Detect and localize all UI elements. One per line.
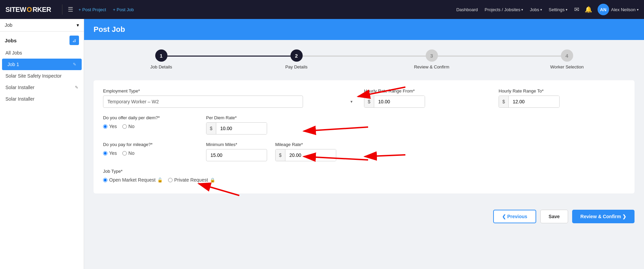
top-navigation: SITEWORKER ☰ + Post Project + Post Job D… xyxy=(0,0,644,19)
hamburger-menu-icon[interactable]: ☰ xyxy=(68,6,73,13)
sidebar-section-header: Jobs ⊿ xyxy=(0,32,84,47)
private-request-label[interactable]: Private Request 🔒 xyxy=(168,177,215,183)
mileage-radio-group: Yes No xyxy=(103,150,198,156)
mileage-rate-label: Mileage Rate* xyxy=(275,142,336,147)
edit-icon: ✎ xyxy=(75,85,78,90)
private-lock-icon: 🔒 xyxy=(210,178,215,183)
min-miles-label: Minimum Miles* xyxy=(206,142,267,147)
stepper: 1 Job Details 2 Pay Details 3 xyxy=(94,49,635,69)
save-button[interactable]: Save xyxy=(540,210,568,223)
page-body: 1 Job Details 2 Pay Details 3 xyxy=(84,40,644,269)
per-diem-yes-radio[interactable] xyxy=(103,124,107,129)
avatar[interactable]: AN xyxy=(598,4,609,15)
hourly-rate-from-label: Hourly Rate Range From* xyxy=(364,88,490,94)
sidebar-item-label: All Jobs xyxy=(5,50,78,56)
post-project-link[interactable]: + Post Project xyxy=(79,7,106,12)
settings-chevron-icon: ▾ xyxy=(566,8,567,12)
sidebar: Job ▾ Jobs ⊿ All Jobs Job 1 ✎ Solar Site… xyxy=(0,19,84,269)
edit-icon: ✎ xyxy=(73,62,76,67)
per-diem-no-label[interactable]: No xyxy=(122,124,135,129)
dollar-icon-perdiem: $ xyxy=(206,123,216,134)
stepper-step-3: 3 Review & Confirm xyxy=(364,49,499,69)
per-diem-no-radio[interactable] xyxy=(122,124,127,129)
mileage-no-label[interactable]: No xyxy=(122,150,135,156)
sidebar-dropdown[interactable]: Job ▾ xyxy=(0,19,84,32)
stepper-step-4: 4 Worker Selection xyxy=(499,49,635,69)
job-type-group: Job Type* Open Market Request 🔓 Private … xyxy=(103,169,215,183)
open-market-label[interactable]: Open Market Request 🔓 xyxy=(103,177,163,183)
hourly-rate-to-label: Hourly Rate Range To* xyxy=(499,88,625,94)
jobs-chevron-icon: ▾ xyxy=(540,8,542,12)
mileage-rate-group: Mileage Rate* $ xyxy=(275,142,336,161)
per-diem-yes-label[interactable]: Yes xyxy=(103,124,117,129)
hourly-rate-to-group: Hourly Rate Range To* $ xyxy=(499,88,625,108)
mileage-no-radio[interactable] xyxy=(122,151,127,156)
notifications-icon[interactable]: 🔔 xyxy=(585,6,592,13)
page-title: Post Job xyxy=(94,25,635,34)
dashboard-link[interactable]: Dashboard xyxy=(454,6,481,14)
per-diem-question-group: Do you offer daily per diem?* Yes No xyxy=(103,115,198,129)
hourly-rate-from-input[interactable] xyxy=(374,96,425,107)
employment-type-select[interactable]: Temporary Worker – W2 xyxy=(103,96,303,108)
hourly-rate-from-input-wrap: $ xyxy=(364,96,425,108)
sidebar-item-label: Solar Installer xyxy=(5,96,78,102)
sidebar-filter-button[interactable]: ⊿ xyxy=(69,36,79,45)
stepper-label-3: Review & Confirm xyxy=(414,64,449,69)
post-job-link[interactable]: + Post Job xyxy=(113,7,134,12)
projects-jobsites-link[interactable]: Projects / Jobsites ▾ xyxy=(482,6,526,14)
brand-logo: SITEWORKER xyxy=(5,6,51,14)
mail-icon[interactable]: ✉ xyxy=(574,6,579,13)
hourly-rate-from-group: Hourly Rate Range From* $ xyxy=(364,88,490,108)
username-label[interactable]: Alex Neilson ▾ xyxy=(611,7,639,12)
per-diem-radio-group: Yes No xyxy=(103,124,198,129)
form-row-employment: Employment Type* Temporary Worker – W2 ▾… xyxy=(103,88,625,108)
job-type-radio-group: Open Market Request 🔓 Private Request 🔒 xyxy=(103,177,215,183)
mileage-label: Do you pay for mileage?* xyxy=(103,142,198,147)
private-request-radio[interactable] xyxy=(168,178,173,182)
mileage-rate-input-wrap: $ xyxy=(275,149,336,161)
employment-type-group: Employment Type* Temporary Worker – W2 ▾ xyxy=(103,88,356,108)
jobs-link[interactable]: Jobs ▾ xyxy=(527,6,544,14)
sidebar-item-job1[interactable]: Job 1 ✎ xyxy=(2,59,82,70)
per-diem-label: Do you offer daily per diem?* xyxy=(103,115,198,120)
previous-button[interactable]: ❮ Previous xyxy=(493,210,536,223)
hourly-rate-to-input[interactable] xyxy=(509,96,560,107)
mileage-rate-input[interactable] xyxy=(285,149,336,161)
per-diem-rate-input[interactable] xyxy=(216,123,267,134)
review-confirm-button[interactable]: Review & Confirm ❯ xyxy=(572,210,635,223)
brand-name-part1: SITEW xyxy=(5,6,26,14)
sidebar-item-label: Solar Site Safety Inspector xyxy=(5,73,78,79)
sidebar-dropdown-label: Job xyxy=(5,22,13,28)
form-footer: ❮ Previous Save Review & Confirm ❯ xyxy=(94,204,635,229)
mileage-yes-label[interactable]: Yes xyxy=(103,150,117,156)
stepper-label-4: Worker Selection xyxy=(550,64,584,69)
mileage-yes-radio[interactable] xyxy=(103,151,107,156)
top-nav-right: Dashboard Projects / Jobsites ▾ Jobs ▾ S… xyxy=(454,4,639,15)
hourly-rate-to-input-wrap: $ xyxy=(499,96,560,108)
per-diem-rate-group: Per Diem Rate* $ xyxy=(206,115,267,134)
stepper-circle-2: 2 xyxy=(290,49,303,62)
sidebar-item-solar-installer-2[interactable]: Solar Installer xyxy=(0,93,84,105)
stepper-circle-4: 4 xyxy=(561,49,573,62)
stepper-label-1: Job Details xyxy=(150,64,172,69)
mileage-question-group: Do you pay for mileage?* Yes No xyxy=(103,142,198,156)
stepper-circle-1: 1 xyxy=(155,49,167,62)
sidebar-item-all-jobs[interactable]: All Jobs xyxy=(0,47,84,59)
sidebar-item-label: Solar Installer xyxy=(5,85,75,90)
sidebar-item-label: Job 1 xyxy=(7,62,73,67)
sidebar-item-solar-safety[interactable]: Solar Site Safety Inspector xyxy=(0,70,84,82)
sidebar-item-solar-installer-1[interactable]: Solar Installer ✎ xyxy=(0,82,84,93)
stepper-step-1: 1 Job Details xyxy=(94,49,229,69)
open-market-radio[interactable] xyxy=(103,178,107,182)
dollar-icon-from: $ xyxy=(364,96,374,107)
sidebar-dropdown-chevron-icon: ▾ xyxy=(77,22,79,28)
job-type-label: Job Type* xyxy=(103,169,215,174)
dollar-icon-to: $ xyxy=(499,96,509,107)
user-chevron-icon: ▾ xyxy=(637,8,639,12)
min-miles-group: Minimum Miles* xyxy=(206,142,267,161)
settings-link[interactable]: Settings ▾ xyxy=(546,6,570,14)
app-body: Job ▾ Jobs ⊿ All Jobs Job 1 ✎ Solar Site… xyxy=(0,19,644,269)
select-chevron-icon: ▾ xyxy=(350,99,353,104)
stepper-label-2: Pay Details xyxy=(285,64,308,69)
min-miles-input[interactable] xyxy=(206,149,267,161)
